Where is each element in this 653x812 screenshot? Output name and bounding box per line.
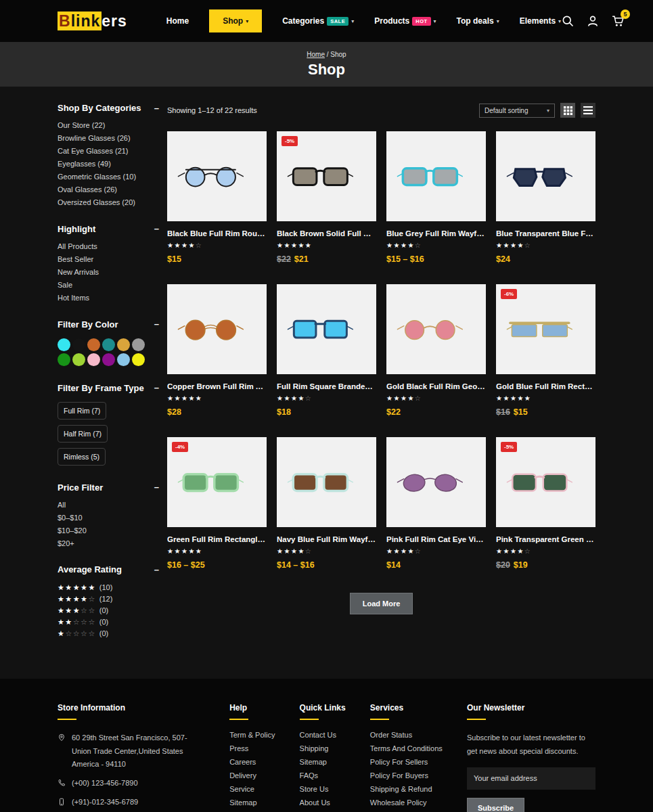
newsletter-email-input[interactable] xyxy=(467,767,595,790)
nav-categories[interactable]: CategoriesSALE▾ xyxy=(282,16,354,26)
collapse-toggle[interactable]: – xyxy=(154,566,159,573)
color-swatch[interactable] xyxy=(117,353,130,366)
price-filter-item[interactable]: $20+ xyxy=(58,540,159,548)
collapse-toggle[interactable]: – xyxy=(154,384,159,391)
footer-link[interactable]: Sitemap xyxy=(300,759,346,767)
sort-dropdown[interactable]: Default sorting ▾ xyxy=(479,104,555,118)
price-filter-item[interactable]: All xyxy=(58,501,159,510)
rating-filter-item[interactable]: ★★☆☆☆ (0) xyxy=(58,618,159,626)
logo[interactable]: Blinkers xyxy=(58,12,127,30)
product-image[interactable] xyxy=(386,131,486,221)
load-more-button[interactable]: Load More xyxy=(350,593,413,614)
product-name[interactable]: Full Rim Square Branded Latest an… xyxy=(277,382,376,390)
breadcrumb-home-link[interactable]: Home xyxy=(307,51,325,58)
color-swatch[interactable] xyxy=(58,338,70,351)
product-image[interactable] xyxy=(167,131,267,221)
footer-link[interactable]: Wholesale Policy xyxy=(370,799,443,807)
rating-filter-item[interactable]: ★★★★★ (10) xyxy=(58,583,159,591)
category-item[interactable]: Oval Glasses (26) xyxy=(58,186,159,194)
cart-icon[interactable]: 5 xyxy=(611,14,625,28)
nav-home[interactable]: Home xyxy=(166,16,189,26)
product-image[interactable] xyxy=(167,284,267,374)
category-item[interactable]: Oversized Glasses (20) xyxy=(58,199,159,207)
color-swatch[interactable] xyxy=(117,338,130,351)
color-swatch[interactable] xyxy=(132,353,145,366)
product-name[interactable]: Copper Brown Full Rim Aviator… xyxy=(167,382,267,390)
rating-filter-item[interactable]: ★★★★☆ (12) xyxy=(58,595,159,603)
grid-view-button[interactable] xyxy=(560,103,575,118)
product-image[interactable]: -5% xyxy=(277,131,376,221)
color-swatch[interactable] xyxy=(72,338,85,351)
rating-filter-item[interactable]: ★★★☆☆ (0) xyxy=(58,606,159,614)
footer-link[interactable]: FAQs xyxy=(300,772,346,780)
product-name[interactable]: Blue Grey Full Rim Wayfarer Vince… xyxy=(386,229,486,238)
color-swatch[interactable] xyxy=(87,338,100,351)
color-swatch[interactable] xyxy=(102,338,115,351)
footer-link[interactable]: About Us xyxy=(300,799,346,807)
color-swatch[interactable] xyxy=(87,353,100,366)
collapse-toggle[interactable]: – xyxy=(154,321,159,328)
footer-link[interactable]: Press xyxy=(229,745,275,753)
product-image[interactable]: -4% xyxy=(167,437,267,527)
footer-link[interactable]: Terms And Conditions xyxy=(370,745,443,753)
product-name[interactable]: Black Brown Solid Full Rim… xyxy=(277,229,376,238)
search-icon[interactable] xyxy=(561,14,575,28)
frame-type-button[interactable]: Full Rim (7) xyxy=(58,402,106,420)
product-name[interactable]: Navy Blue Full Rim Wayfarer… xyxy=(277,535,376,543)
highlight-item[interactable]: Hot Items xyxy=(58,294,159,302)
category-item[interactable]: Eyeglasses (49) xyxy=(58,160,159,168)
category-item[interactable]: Browline Glasses (26) xyxy=(58,135,159,143)
color-swatch[interactable] xyxy=(132,338,145,351)
collapse-toggle[interactable]: – xyxy=(154,225,159,232)
product-name[interactable]: Pink Full Rim Cat Eye Vincent… xyxy=(386,535,486,543)
collapse-toggle[interactable]: – xyxy=(154,105,159,112)
product-name[interactable]: Blue Transparent Blue Full Rim… xyxy=(496,229,595,238)
color-swatch[interactable] xyxy=(72,353,85,366)
footer-link[interactable]: Service xyxy=(229,786,275,794)
highlight-item[interactable]: All Products xyxy=(58,243,159,251)
frame-type-button[interactable]: Rimless (5) xyxy=(58,448,106,466)
color-swatch[interactable] xyxy=(58,353,70,366)
product-name[interactable]: Gold Blue Full Rim Rectangular… xyxy=(496,382,595,390)
nav-shop[interactable]: Shop▾ xyxy=(209,9,262,32)
product-name[interactable]: Gold Black Full Rim Geometric… xyxy=(386,382,486,390)
footer-link[interactable]: Store Us xyxy=(300,786,346,794)
nav-products[interactable]: ProductsHOT▾ xyxy=(374,16,436,26)
collapse-toggle[interactable]: – xyxy=(154,484,159,491)
highlight-item[interactable]: Best Seller xyxy=(58,256,159,264)
product-image[interactable]: -5% xyxy=(496,437,595,527)
price-filter-item[interactable]: $0–$10 xyxy=(58,514,159,522)
footer-link[interactable]: Policy For Sellers xyxy=(370,759,443,767)
footer-link[interactable]: Delivery xyxy=(229,772,275,780)
footer-link[interactable]: Term & Policy xyxy=(229,731,275,740)
nav-top-deals[interactable]: Top deals▾ xyxy=(457,16,499,26)
product-image[interactable] xyxy=(496,131,595,221)
nav-elements[interactable]: Elements▾ xyxy=(520,16,561,26)
highlight-item[interactable]: Sale xyxy=(58,281,159,290)
highlight-item[interactable]: New Arrivals xyxy=(58,269,159,277)
product-image[interactable]: -6% xyxy=(496,284,595,374)
price-filter-item[interactable]: $10–$20 xyxy=(58,527,159,535)
product-image[interactable] xyxy=(386,284,486,374)
footer-link[interactable]: Careers xyxy=(229,759,275,767)
footer-link[interactable]: Shipping xyxy=(300,745,346,753)
footer-link[interactable]: Shipping & Refund xyxy=(370,786,443,794)
rating-filter-item[interactable]: ★☆☆☆☆ (0) xyxy=(58,629,159,637)
footer-link[interactable]: Order Status xyxy=(370,731,443,740)
category-item[interactable]: Our Store (22) xyxy=(58,122,159,130)
footer-link[interactable]: Contact Us xyxy=(300,731,346,740)
category-item[interactable]: Cat Eye Glasses (21) xyxy=(58,148,159,156)
category-item[interactable]: Geometric Glasses (10) xyxy=(58,173,159,181)
color-swatch[interactable] xyxy=(102,353,115,366)
footer-link[interactable]: Policy For Buyers xyxy=(370,772,443,780)
footer-link[interactable]: Sitemap xyxy=(229,799,275,807)
product-name[interactable]: Pink Transparent Green Full Rim… xyxy=(496,535,595,543)
account-icon[interactable] xyxy=(586,14,600,28)
product-name[interactable]: Green Full Rim Rectangle… xyxy=(167,535,267,543)
frame-type-button[interactable]: Half Rim (7) xyxy=(58,425,108,443)
product-name[interactable]: Black Blue Full Rim Round Vincent… xyxy=(167,229,267,238)
product-image[interactable] xyxy=(277,437,376,527)
subscribe-button[interactable]: Subscribe xyxy=(467,798,524,812)
list-view-button[interactable] xyxy=(581,103,595,118)
product-image[interactable] xyxy=(386,437,486,527)
